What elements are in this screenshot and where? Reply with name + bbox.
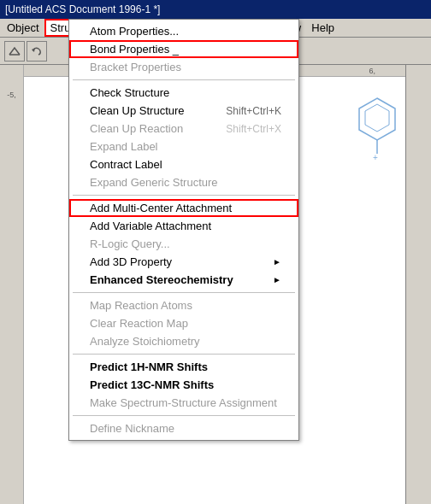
shortcut-cleanup-reaction: Shift+Ctrl+X	[226, 123, 281, 135]
menu-cleanup-reaction: Clean Up Reaction Shift+Ctrl+X	[69, 120, 298, 138]
title-bar: [Untitled ACS Document 1996-1 *]	[0, 0, 431, 19]
menu-spectrum-assign: Make Spectrum-Structure Assignment	[69, 394, 298, 412]
separator-2	[73, 195, 295, 196]
toolbar-btn-undo[interactable]	[27, 41, 47, 62]
menu-predict-13c[interactable]: Predict 13C-NMR Shifts	[69, 376, 298, 394]
chem-structure: +	[354, 94, 401, 165]
menu-check-structure[interactable]: Check Structure	[69, 84, 298, 102]
menu-analyze-stoich: Analyze Stoichiometry	[69, 332, 298, 350]
separator-4	[73, 354, 295, 355]
menu-help[interactable]: Help	[306, 20, 339, 36]
separator-3	[73, 292, 295, 293]
menu-map-reaction: Map Reaction Atoms	[69, 296, 298, 314]
menu-add-3d[interactable]: Add 3D Property ►	[69, 253, 298, 271]
left-ruler: -5,	[0, 65, 24, 504]
svg-text:+: +	[373, 153, 378, 162]
arrow-3d: ►	[273, 257, 281, 267]
svg-marker-3	[365, 104, 389, 132]
menu-bracket-properties: Bracket Properties	[69, 58, 298, 76]
menu-clear-reaction: Clear Reaction Map	[69, 314, 298, 332]
menu-section-2: Check Structure Clean Up Structure Shift…	[69, 83, 298, 192]
separator-5	[73, 415, 295, 416]
menu-section-1: Atom Properties... Bond Properties _ Bra…	[69, 21, 298, 77]
menu-rlogic: R-Logic Query...	[69, 235, 298, 253]
menu-predict-1h[interactable]: Predict 1H-NMR Shifts	[69, 358, 298, 376]
shortcut-cleanup-structure: Shift+Ctrl+K	[226, 105, 281, 117]
menu-section-4: Map Reaction Atoms Clear Reaction Map An…	[69, 296, 298, 351]
menu-expand-generic: Expand Generic Structure	[69, 173, 298, 191]
right-sidebar	[405, 65, 431, 504]
menu-enhanced-stereo[interactable]: Enhanced Stereochemistry ►	[69, 271, 298, 289]
menu-object[interactable]: Object	[2, 20, 44, 36]
separator-1	[73, 79, 295, 80]
structure-dropdown-menu: Atom Properties... Bond Properties _ Bra…	[68, 19, 299, 441]
menu-section-3: Add Multi-Center Attachment Add Variable…	[69, 198, 298, 290]
svg-marker-1	[32, 48, 35, 52]
ruler-mark-neg5: -5,	[0, 91, 23, 99]
menu-define-nickname: Define Nickname	[69, 419, 298, 437]
menu-add-variable[interactable]: Add Variable Attachment	[69, 217, 298, 235]
toolbar-btn-1[interactable]	[4, 41, 25, 62]
menu-section-5: Predict 1H-NMR Shifts Predict 13C-NMR Sh…	[69, 357, 298, 413]
menu-expand-label: Expand Label	[69, 138, 298, 155]
title-text: [Untitled ACS Document 1996-1 *]	[5, 3, 160, 15]
menu-bond-properties[interactable]: Bond Properties _	[69, 40, 298, 58]
menu-add-multicenter[interactable]: Add Multi-Center Attachment	[69, 199, 298, 217]
arrow-stereo: ►	[273, 275, 281, 284]
menu-section-6: Define Nickname	[69, 419, 298, 438]
menu-contract-label[interactable]: Contract Label	[69, 155, 298, 173]
menu-cleanup-structure[interactable]: Clean Up Structure Shift+Ctrl+K	[69, 102, 298, 120]
ruler-mark-6: 6,	[369, 67, 375, 75]
menu-atom-properties[interactable]: Atom Properties...	[69, 22, 298, 40]
